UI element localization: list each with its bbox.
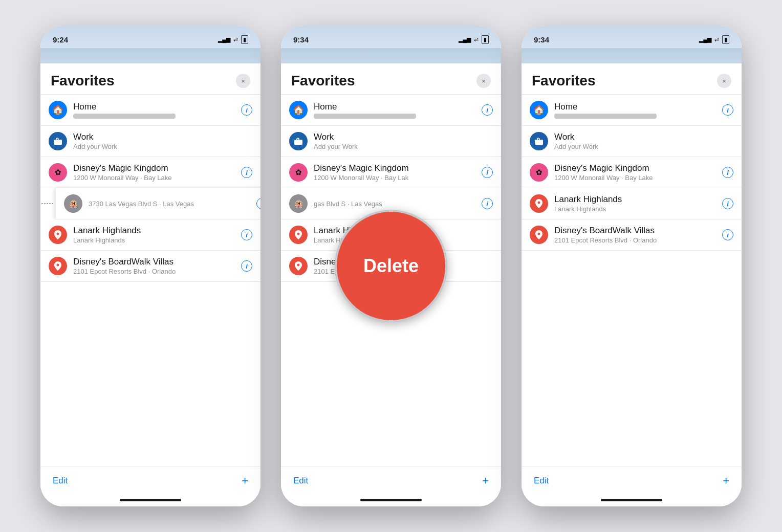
close-button-1[interactable]: × [236, 74, 250, 88]
work-text-3: Work Add your Work [554, 132, 733, 150]
list-item-home-1[interactable]: 🏠 Home i [40, 95, 260, 126]
home-indicator-1 [40, 495, 260, 506]
bottom-bar-2: Edit + [281, 467, 501, 495]
disney-title-1: Disney's Magic Kingdom [73, 163, 241, 173]
home-text-2: Home [314, 102, 482, 119]
list-item-lanark-3[interactable]: Lanark Highlands Lanark Highlands i [522, 188, 742, 219]
bellagio-icon-1: 🏨 [64, 194, 82, 213]
wifi-icon-2: ⇌ [474, 36, 479, 43]
list-item-lanark-1[interactable]: Lanark Highlands Lanark Highlands i [40, 219, 260, 251]
status-icons-3: ▂▄▆ ⇌ ▮ [699, 35, 729, 44]
work-subtitle-1: Add your Work [73, 143, 252, 150]
bellagio-text-1: 3730 Las Vegas Blvd S · Las Vegas [89, 199, 256, 208]
boardwalk-text-1: Disney's BoardWalk Villas 2101 Epcot Res… [73, 257, 241, 275]
close-button-2[interactable]: × [476, 74, 491, 88]
favorites-title-1: Favorites [51, 73, 115, 89]
favorites-title-3: Favorites [532, 73, 596, 89]
edit-button-3[interactable]: Edit [534, 476, 549, 486]
disney-text-2: Disney's Magic Kingdom 1200 W Monorail W… [314, 163, 482, 182]
status-icons-2: ▂▄▆ ⇌ ▮ [459, 35, 489, 44]
bellagio-info-2[interactable]: i [482, 198, 493, 209]
home-indicator-2 [281, 495, 501, 506]
list-item-home-2[interactable]: 🏠 Home i [281, 95, 501, 126]
list-item-disney-3[interactable]: ✿ Disney's Magic Kingdom 1200 W Monorail… [522, 157, 742, 188]
home-info-3[interactable]: i [722, 104, 733, 116]
signal-icon-3: ▂▄▆ [699, 36, 711, 43]
disney-info-2[interactable]: i [482, 167, 493, 178]
disney-text-3: Disney's Magic Kingdom 1200 W Monorail W… [554, 163, 722, 182]
lanark-icon-2 [289, 226, 308, 244]
disney-info-3[interactable]: i [722, 167, 733, 178]
home-info-1[interactable]: i [241, 104, 252, 116]
boardwalk-info-3[interactable]: i [722, 229, 733, 240]
disney-subtitle-3: 1200 W Monorail Way · Bay Lake [554, 174, 722, 182]
disney-text-1: Disney's Magic Kingdom 1200 W Monorail W… [73, 163, 241, 182]
status-bar-2: 9:34 ▂▄▆ ⇌ ▮ [281, 26, 501, 48]
home-text-3: Home [554, 102, 722, 119]
status-time-1: 9:24 [53, 35, 68, 44]
delete-button-overlay[interactable]: Delete [335, 210, 447, 322]
list-item-boardwalk-3[interactable]: Disney's BoardWalk Villas 2101 Epcot Res… [522, 219, 742, 251]
favorites-header-2: Favorites × [281, 63, 501, 95]
lanark-icon-1 [49, 226, 67, 244]
work-icon-3 [530, 132, 548, 150]
add-button-1[interactable]: + [242, 474, 248, 487]
favorites-header-3: Favorites × [522, 63, 742, 95]
boardwalk-subtitle-1: 2101 Epcot Resorts Blvd · Orlando [73, 268, 241, 275]
list-item-work-2[interactable]: Work Add your Work [281, 126, 501, 157]
edit-button-2[interactable]: Edit [293, 476, 308, 486]
disney-info-1[interactable]: i [241, 167, 252, 178]
list-item-work-3[interactable]: Work Add your Work [522, 126, 742, 157]
home-subtitle-1 [73, 114, 176, 119]
boardwalk-title-3: Disney's BoardWalk Villas [554, 226, 722, 236]
home-info-2[interactable]: i [482, 104, 493, 116]
list-item-boardwalk-1[interactable]: Disney's BoardWalk Villas 2101 Epcot Res… [40, 251, 260, 282]
boardwalk-icon-1 [49, 257, 67, 275]
signal-icon-2: ▂▄▆ [459, 36, 471, 43]
status-bar-1: 9:24 ▂▄▆ ⇌ ▮ [40, 26, 260, 48]
list-item-disney-2[interactable]: ✿ Disney's Magic Kingdom 1200 W Monorail… [281, 157, 501, 188]
lanark-subtitle-3: Lanark Highlands [554, 205, 722, 213]
disney-title-2: Disney's Magic Kingdom [314, 163, 482, 173]
bellagio-subtitle-1: 3730 Las Vegas Blvd S · Las Vegas [89, 200, 256, 208]
home-indicator-3 [522, 495, 742, 506]
close-button-3[interactable]: × [717, 74, 731, 88]
list-item-work-1[interactable]: Work Add your Work [40, 126, 260, 157]
favorites-list-3: 🏠 Home i Work Add your Work [522, 95, 742, 467]
favorites-panel-3: Favorites × 🏠 Home i [522, 63, 742, 506]
edit-button-1[interactable]: Edit [53, 476, 68, 486]
work-icon-1 [49, 132, 67, 150]
phone-1: 9:24 ▂▄▆ ⇌ ▮ Favorites × 🏠 Home [40, 26, 260, 506]
disney-icon-3: ✿ [530, 163, 548, 182]
boardwalk-info-1[interactable]: i [241, 260, 252, 272]
work-title-2: Work [314, 132, 493, 142]
bellagio-text-2: gas Blvd S · Las Vegas [314, 199, 482, 208]
bottom-bar-3: Edit + [522, 467, 742, 495]
disney-icon-1: ✿ [49, 163, 67, 182]
lanark-info-3[interactable]: i [722, 198, 733, 209]
work-text-1: Work Add your Work [73, 132, 252, 150]
home-text-1: Home [73, 102, 241, 119]
favorites-panel-1: Favorites × 🏠 Home i [40, 63, 260, 506]
boardwalk-icon-3 [530, 226, 548, 244]
home-title-3: Home [554, 102, 722, 112]
bellagio-info-1[interactable]: i [256, 198, 260, 209]
list-item-home-3[interactable]: 🏠 Home i [522, 95, 742, 126]
status-time-2: 9:34 [293, 35, 309, 44]
add-button-2[interactable]: + [482, 474, 489, 487]
home-bar-3 [601, 499, 662, 501]
add-button-3[interactable]: + [723, 474, 729, 487]
disney-title-3: Disney's Magic Kingdom [554, 163, 722, 173]
home-title-1: Home [73, 102, 241, 112]
lanark-text-1: Lanark Highlands Lanark Highlands [73, 226, 241, 244]
lanark-info-1[interactable]: i [241, 229, 252, 240]
signal-icon-1: ▂▄▆ [218, 36, 230, 43]
list-item-bellagio-1[interactable]: 🏨 3730 Las Vegas Blvd S · Las Vegas i [56, 188, 260, 219]
wifi-icon-1: ⇌ [233, 36, 238, 43]
map-peek-2 [281, 48, 501, 63]
boardwalk-text-3: Disney's BoardWalk Villas 2101 Epcot Res… [554, 226, 722, 244]
bellagio-icon-2: 🏨 [289, 194, 308, 213]
lanark-icon-3 [530, 194, 548, 213]
list-item-disney-1[interactable]: ✿ Disney's Magic Kingdom 1200 W Monorail… [40, 157, 260, 188]
home-title-2: Home [314, 102, 482, 112]
